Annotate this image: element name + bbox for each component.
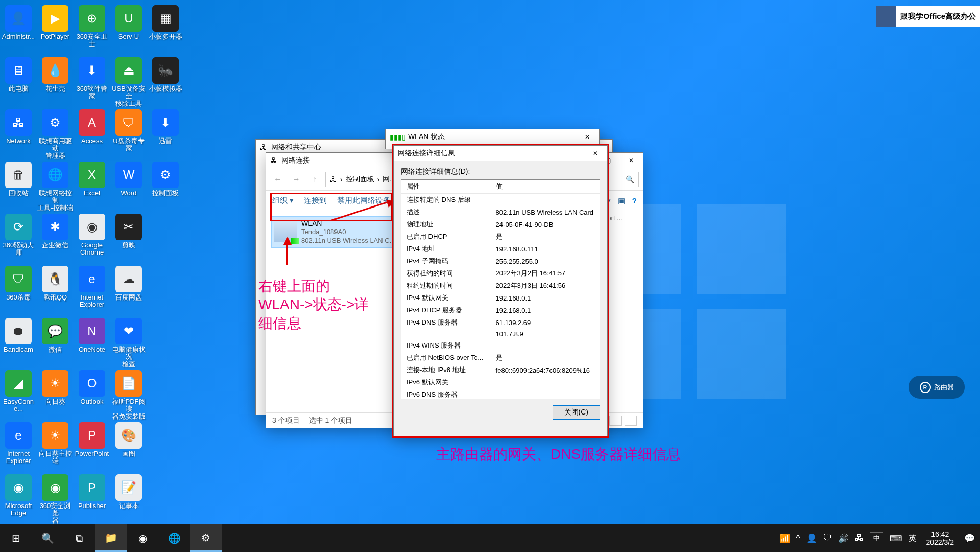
desktop-icon[interactable]: UServ-U	[110, 3, 147, 55]
table-row[interactable]: IPv4 地址192.168.0.111	[401, 243, 600, 255]
desktop-icon[interactable]: 🛡U盘杀毒专家	[110, 107, 147, 159]
desktop-icon[interactable]: ⬇360软件管家	[74, 55, 110, 107]
search-button[interactable]: 🔍	[32, 524, 63, 552]
desktop-icon[interactable]: 🌐联想网络控制工具-控制端	[37, 159, 74, 212]
forward-button[interactable]: →	[289, 172, 304, 187]
up-button[interactable]: ↑	[307, 172, 322, 187]
table-row[interactable]: IPv6 DNS 服务器	[401, 388, 600, 399]
desktop-icon[interactable]: ◉360安全浏览器	[37, 472, 74, 524]
desktop-icon[interactable]: 🎨画图	[110, 420, 147, 472]
desktop-icon[interactable]: 🖧Network	[0, 107, 37, 159]
taskbar-clock[interactable]: 16:42 2022/3/2	[922, 530, 959, 546]
desktop-icon[interactable]: 🗑回收站	[0, 159, 37, 212]
desktop-icon[interactable]: ⚙联想商用驱动管理器	[37, 107, 74, 159]
desktop-icon[interactable]: ☁百度网盘	[110, 264, 147, 316]
security-tray-icon[interactable]: 🛡	[823, 533, 832, 543]
task-view-button[interactable]: ⧉	[63, 524, 95, 552]
table-row[interactable]: 物理地址24-05-0F-41-90-DB	[401, 218, 600, 231]
table-row[interactable]: 已启用 DHCP是	[401, 231, 600, 243]
desktop-icon[interactable]: 🐧腾讯QQ	[37, 264, 74, 316]
desktop-icon[interactable]: 👤Administr...	[0, 3, 37, 55]
table-row[interactable]: IPv4 子网掩码255.255.255.0	[401, 255, 600, 267]
table-row[interactable]: 租约过期的时间2022年3月3日 16:41:56	[401, 280, 600, 292]
view-details-button[interactable]	[609, 416, 622, 426]
ime-icon[interactable]: ⌨	[890, 533, 902, 544]
browser-taskbar-icon[interactable]: 🌐	[158, 524, 190, 552]
breadcrumb[interactable]: 控制面板	[346, 175, 374, 184]
desktop-icon[interactable]: ◉GoogleChrome	[74, 212, 110, 264]
close-button[interactable]: ✕	[619, 153, 643, 168]
desktop-icon[interactable]: ◢EasyConne...	[0, 368, 37, 420]
table-row[interactable]: 连接-本地 IPv6 地址fe80::6909:2a64:7c06:8209%1…	[401, 364, 600, 376]
table-row[interactable]: 获得租约的时间2022年3月2日 16:41:57	[401, 267, 600, 280]
start-button[interactable]: ⊞	[0, 524, 32, 552]
desktop-icon[interactable]: 🐜小蚁模拟器	[147, 55, 184, 107]
titlebar[interactable]: 网络连接详细信息 ✕	[394, 146, 607, 161]
desktop-icon[interactable]: ⬇迅雷	[147, 107, 184, 159]
arrow-line	[286, 244, 288, 265]
desktop-icon[interactable]: ☀向日葵	[37, 368, 74, 420]
desktop-icon[interactable]: OOutlook	[74, 368, 110, 420]
user-tray-icon[interactable]: 👤	[806, 533, 817, 544]
desktop-icon[interactable]: eInternetExplorer	[74, 264, 110, 316]
tray-chevron-icon[interactable]: ^	[796, 533, 800, 543]
desktop-icon[interactable]: WWord	[110, 159, 147, 212]
desktop-icon[interactable]: 💧花生壳	[37, 55, 74, 107]
wifi-tray-icon[interactable]: 📶	[779, 533, 790, 544]
app-icon: ⚙	[152, 162, 179, 188]
table-row[interactable]: IPv4 默认网关192.168.0.1	[401, 292, 600, 304]
table-row[interactable]: 已启用 NetBIOS over Tc...是	[401, 352, 600, 364]
view-large-button[interactable]	[625, 416, 637, 426]
desktop-icon[interactable]: ✂剪映	[110, 212, 147, 264]
desktop-icon[interactable]: ◉MicrosoftEdge	[0, 472, 37, 524]
ime-lang-1[interactable]: 中	[870, 532, 883, 544]
desktop-icon[interactable]: 📝记事本	[110, 472, 147, 524]
desktop-icon[interactable]: PPublisher	[74, 472, 110, 524]
desktop-icon[interactable]: ⏏USB设备安全移除工具	[110, 55, 147, 107]
details-pane-icon[interactable]: ▣	[618, 196, 625, 205]
table-row[interactable]: IPv6 默认网关	[401, 376, 600, 388]
desktop-icon[interactable]: ⊕360安全卫士	[74, 3, 110, 55]
desktop-icon[interactable]: XExcel	[74, 159, 110, 212]
table-row[interactable]: IPv4 WINS 服务器	[401, 339, 600, 352]
table-row[interactable]: IPv4 DHCP 服务器192.168.0.1	[401, 304, 600, 316]
titlebar[interactable]: ▮▮▮▯ WLAN 状态 ✕	[386, 129, 599, 145]
desktop-icon[interactable]: ⏺Bandicam	[0, 316, 37, 368]
ime-lang-2[interactable]: 英	[909, 534, 916, 543]
close-dialog-button[interactable]: 关闭(C)	[553, 405, 600, 420]
file-explorer-taskbar-icon[interactable]: 📁	[95, 524, 127, 552]
desktop-icon[interactable]: ⚙控制面板	[147, 159, 184, 212]
desktop-icon[interactable]: eInternetExplorer	[0, 420, 37, 472]
table-row[interactable]: 描述802.11n USB Wireless LAN Card	[401, 206, 600, 218]
table-row[interactable]: 连接特定的 DNS 后缀	[401, 194, 600, 206]
desktop-icon[interactable]: ▦小蚁多开器	[147, 3, 184, 55]
connect-to-button[interactable]: 连接到	[304, 196, 327, 205]
desktop-icon[interactable]: 🛡360杀毒	[0, 264, 37, 316]
help-icon[interactable]: ?	[632, 196, 637, 205]
close-button[interactable]: ✕	[584, 146, 607, 161]
app-icon: 💧	[42, 57, 68, 84]
desktop-icon[interactable]: PPowerPoint	[74, 420, 110, 472]
desktop-icon[interactable]: ⟳360驱动大师	[0, 212, 37, 264]
volume-tray-icon[interactable]: 🔊	[838, 533, 849, 544]
settings-taskbar-icon[interactable]: ⚙	[190, 524, 222, 552]
table-row[interactable]: 101.7.8.9	[401, 329, 600, 339]
desktop-icon[interactable]: NOneNote	[74, 316, 110, 368]
column-value[interactable]: 值	[491, 180, 600, 194]
desktop-icon[interactable]: 💬微信	[37, 316, 74, 368]
desktop-icon[interactable]: ❤电脑健康状况检查	[110, 316, 147, 368]
column-property[interactable]: 属性	[401, 180, 491, 194]
desktop-icon[interactable]: 📄福昕PDF阅读器免安装版	[110, 368, 147, 420]
notifications-tray-icon[interactable]: 💬	[964, 533, 975, 544]
network-tray-icon[interactable]: 🖧	[855, 533, 864, 543]
back-button[interactable]: ←	[270, 172, 285, 187]
desktop-icon[interactable]: ▶PotPlayer	[37, 3, 74, 55]
desktop-icon[interactable]: ☀向日葵主控端	[37, 420, 74, 472]
desktop-icon[interactable]: AAccess	[74, 107, 110, 159]
organize-menu[interactable]: 组织 ▾	[272, 196, 294, 205]
desktop-icon[interactable]: ✱企业微信	[37, 212, 74, 264]
chrome-taskbar-icon[interactable]: ◉	[127, 524, 158, 552]
desktop-icon[interactable]: 🖥此电脑	[0, 55, 37, 107]
close-button[interactable]: ✕	[576, 129, 599, 145]
table-row[interactable]: IPv4 DNS 服务器61.139.2.69	[401, 316, 600, 329]
